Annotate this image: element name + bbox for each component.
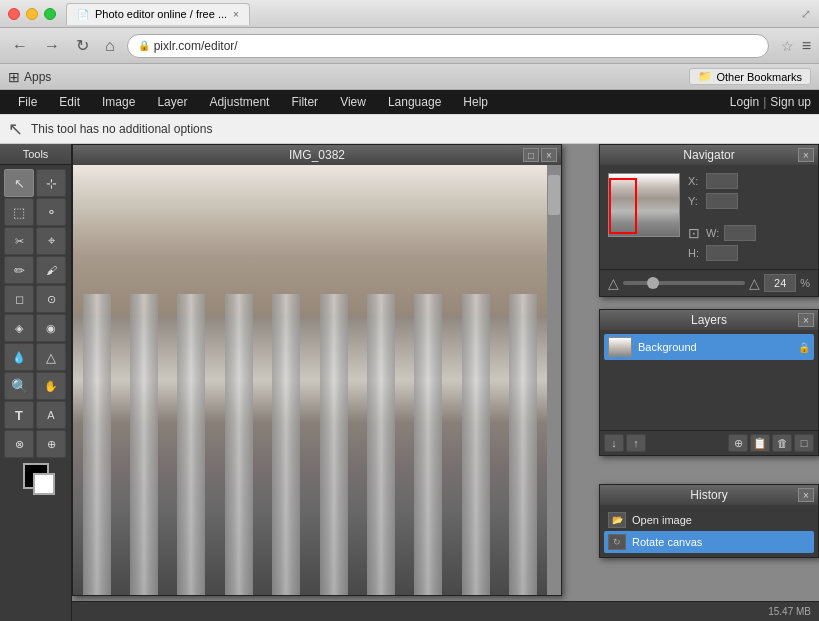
background-color-swatch[interactable] <box>33 473 55 495</box>
history-item-open[interactable]: 📂 Open image <box>604 509 814 531</box>
marquee-tool[interactable]: ⬚ <box>4 198 34 226</box>
layers-body: Background 🔒 <box>600 330 818 430</box>
browser-menu-button[interactable]: ≡ <box>802 37 811 55</box>
app-toolbar: ↖ This tool has no additional options <box>0 114 819 144</box>
signup-button[interactable]: Sign up <box>770 95 811 109</box>
color-swatches[interactable] <box>4 463 67 499</box>
layers-footer: ↓ ↑ ⊕ 📋 🗑 □ <box>600 430 818 455</box>
crop-tool[interactable]: ✂ <box>4 227 34 255</box>
delete-layer-button[interactable]: 🗑 <box>772 434 792 452</box>
forward-button[interactable]: → <box>40 35 64 57</box>
magic-wand-tool[interactable]: ⊗ <box>4 430 34 458</box>
menu-layer[interactable]: Layer <box>147 93 197 111</box>
layer-lock-icon: 🔒 <box>798 342 810 353</box>
vertical-scrollbar[interactable] <box>547 165 561 595</box>
history-rotate-label: Rotate canvas <box>632 536 702 548</box>
merge-layers-button[interactable]: □ <box>794 434 814 452</box>
image-window-title: IMG_0382 <box>289 148 345 162</box>
image-window: IMG_0382 □ × <box>72 144 562 596</box>
tools-grid: ↖ ⊹ ⬚ ⚬ ✂ ⌖ ✏ 🖌 ◻ ⊙ ◈ ◉ 💧 △ 🔍 ✋ T <box>0 165 71 621</box>
menu-help[interactable]: Help <box>453 93 498 111</box>
zoom-value-input[interactable]: 24 <box>764 274 796 292</box>
zoom-out-button[interactable]: △ <box>608 275 619 291</box>
patch-tool[interactable]: ⊕ <box>36 430 66 458</box>
navigator-thumbnail <box>608 173 680 237</box>
toolbar-arrow-icon: ↖ <box>8 118 23 140</box>
zoom-slider[interactable] <box>623 281 745 285</box>
layer-thumbnail <box>608 337 632 357</box>
navigator-zoom: △ △ 24 % <box>600 269 818 296</box>
column-8 <box>414 294 442 595</box>
minimize-window-button[interactable] <box>26 8 38 20</box>
menu-divider: | <box>763 95 766 109</box>
gradient-tool[interactable]: △ <box>36 343 66 371</box>
menu-adjustment[interactable]: Adjustment <box>199 93 279 111</box>
layers-move-down-button[interactable]: ↓ <box>604 434 624 452</box>
browser-tab[interactable]: 📄 Photo editor online / free ... × <box>66 3 250 25</box>
x-value <box>706 173 738 189</box>
main-image[interactable] <box>73 165 561 595</box>
other-bookmarks-button[interactable]: 📁 Other Bookmarks <box>689 68 811 85</box>
column-5 <box>272 294 300 595</box>
app-menubar: File Edit Image Layer Adjustment Filter … <box>0 90 819 114</box>
navigator-close-button[interactable]: × <box>798 148 814 162</box>
navigator-title: Navigator <box>683 148 734 162</box>
scrollbar-thumb[interactable] <box>548 175 560 215</box>
ellipse-tool[interactable]: ⚬ <box>36 198 66 226</box>
text-tool[interactable]: T <box>4 401 34 429</box>
tab-close-button[interactable]: × <box>233 9 239 20</box>
dodge-tool[interactable]: ◉ <box>36 314 66 342</box>
back-button[interactable]: ← <box>8 35 32 57</box>
apps-label: Apps <box>24 70 51 84</box>
app-workspace: Tools ↖ ⊹ ⬚ ⚬ ✂ ⌖ ✏ 🖌 ◻ ⊙ ◈ ◉ 💧 △ 🔍 <box>0 144 819 621</box>
hand-tool[interactable]: ✋ <box>36 372 66 400</box>
clone-tool[interactable]: ⊙ <box>36 285 66 313</box>
lasso-tool[interactable]: ⊹ <box>36 169 66 197</box>
foreground-color-swatch[interactable] <box>23 463 49 489</box>
apps-bookmark[interactable]: ⊞ Apps <box>8 69 51 85</box>
apps-icon: ⊞ <box>8 69 20 85</box>
navigator-coords: X: Y: ⊡ W: <box>688 173 756 261</box>
history-item-rotate[interactable]: ↻ Rotate canvas <box>604 531 814 553</box>
home-button[interactable]: ⌂ <box>101 35 119 57</box>
eyedropper-tool[interactable]: ⌖ <box>36 227 66 255</box>
new-layer-button[interactable]: ⊕ <box>728 434 748 452</box>
bookmark-star-button[interactable]: ☆ <box>781 38 794 54</box>
browser-titlebar: 📄 Photo editor online / free ... × ⤢ <box>0 0 819 28</box>
tools-panel: Tools ↖ ⊹ ⬚ ⚬ ✂ ⌖ ✏ 🖌 ◻ ⊙ ◈ ◉ 💧 △ 🔍 <box>0 144 72 621</box>
eraser-tool[interactable]: ◻ <box>4 285 34 313</box>
column-2 <box>130 294 158 595</box>
history-close-button[interactable]: × <box>798 488 814 502</box>
layers-close-button[interactable]: × <box>798 313 814 327</box>
login-button[interactable]: Login <box>730 95 759 109</box>
duplicate-layer-button[interactable]: 📋 <box>750 434 770 452</box>
brush-tool[interactable]: 🖌 <box>36 256 66 284</box>
menu-image[interactable]: Image <box>92 93 145 111</box>
coord-h-row: H: <box>688 245 756 261</box>
menu-view[interactable]: View <box>330 93 376 111</box>
menu-file[interactable]: File <box>8 93 47 111</box>
fill-tool[interactable]: 💧 <box>4 343 34 371</box>
blur-tool[interactable]: ◈ <box>4 314 34 342</box>
move-select-tool[interactable]: ↖ <box>4 169 34 197</box>
coord-w-row: ⊡ W: <box>688 225 756 241</box>
zoom-tool[interactable]: 🔍 <box>4 372 34 400</box>
layers-move-up-button[interactable]: ↑ <box>626 434 646 452</box>
tab-bar: 📄 Photo editor online / free ... × <box>66 3 801 25</box>
image-close-button[interactable]: × <box>541 148 557 162</box>
zoom-in-button[interactable]: △ <box>749 275 760 291</box>
toolbar-hint: This tool has no additional options <box>31 122 212 136</box>
menu-edit[interactable]: Edit <box>49 93 90 111</box>
zoom-slider-thumb[interactable] <box>647 277 659 289</box>
address-bar[interactable]: 🔒 pixlr.com/editor/ <box>127 34 769 58</box>
menu-filter[interactable]: Filter <box>281 93 328 111</box>
maximize-window-button[interactable] <box>44 8 56 20</box>
image-maximize-button[interactable]: □ <box>523 148 539 162</box>
layer-item[interactable]: Background 🔒 <box>604 334 814 360</box>
menu-language[interactable]: Language <box>378 93 451 111</box>
other-bookmarks-icon: 📁 <box>698 70 712 83</box>
reload-button[interactable]: ↻ <box>72 34 93 57</box>
pencil-tool[interactable]: ✏ <box>4 256 34 284</box>
shape-tool[interactable]: A <box>36 401 66 429</box>
close-window-button[interactable] <box>8 8 20 20</box>
